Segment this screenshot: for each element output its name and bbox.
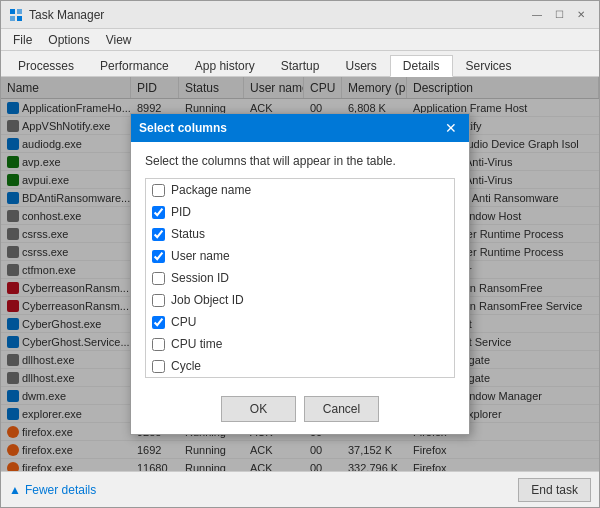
dialog-column-item[interactable]: CPU time bbox=[146, 333, 454, 355]
close-button[interactable]: ✕ bbox=[571, 6, 591, 24]
dialog-column-item[interactable]: PID bbox=[146, 201, 454, 223]
table-container: Name PID Status User name CPU Memory (p.… bbox=[1, 77, 599, 471]
task-manager-window: Task Manager — ☐ ✕ File Options View Pro… bbox=[0, 0, 600, 508]
column-label: PID bbox=[171, 205, 191, 219]
minimize-button[interactable]: — bbox=[527, 6, 547, 24]
dialog-column-item[interactable]: Package name bbox=[146, 179, 454, 201]
column-label: User name bbox=[171, 249, 230, 263]
column-checkbox-3[interactable] bbox=[152, 250, 165, 263]
dialog-column-item[interactable]: User name bbox=[146, 245, 454, 267]
column-label: Status bbox=[171, 227, 205, 241]
tab-bar: Processes Performance App history Startu… bbox=[1, 51, 599, 77]
column-label: Job Object ID bbox=[171, 293, 244, 307]
tab-processes[interactable]: Processes bbox=[5, 54, 87, 76]
dialog-column-list[interactable]: Package namePIDStatusUser nameSession ID… bbox=[145, 178, 455, 378]
select-columns-dialog: Select columns ✕ Select the columns that… bbox=[130, 113, 470, 435]
tab-users[interactable]: Users bbox=[332, 54, 389, 76]
chevron-up-icon: ▲ bbox=[9, 483, 21, 497]
tab-details[interactable]: Details bbox=[390, 55, 453, 77]
dialog-buttons: OK Cancel bbox=[131, 386, 469, 434]
menu-options[interactable]: Options bbox=[40, 31, 97, 49]
dialog-column-item[interactable]: Session ID bbox=[146, 267, 454, 289]
dialog-column-item[interactable]: Working set (memory) bbox=[146, 377, 454, 378]
column-label: CPU bbox=[171, 315, 196, 329]
column-checkbox-8[interactable] bbox=[152, 360, 165, 373]
app-icon bbox=[9, 8, 23, 22]
column-checkbox-5[interactable] bbox=[152, 294, 165, 307]
end-task-button[interactable]: End task bbox=[518, 478, 591, 502]
dialog-close-button[interactable]: ✕ bbox=[441, 118, 461, 138]
column-checkbox-7[interactable] bbox=[152, 338, 165, 351]
fewer-details-label: Fewer details bbox=[25, 483, 96, 497]
dialog-column-item[interactable]: Cycle bbox=[146, 355, 454, 377]
dialog-ok-button[interactable]: OK bbox=[221, 396, 296, 422]
tab-app-history[interactable]: App history bbox=[182, 54, 268, 76]
dialog-column-item[interactable]: Status bbox=[146, 223, 454, 245]
column-label: CPU time bbox=[171, 337, 222, 351]
dialog-column-item[interactable]: CPU bbox=[146, 311, 454, 333]
menu-view[interactable]: View bbox=[98, 31, 140, 49]
column-label: Cycle bbox=[171, 359, 201, 373]
column-label: Package name bbox=[171, 183, 251, 197]
modal-overlay: Select columns ✕ Select the columns that… bbox=[1, 77, 599, 471]
dialog-title: Select columns bbox=[139, 121, 227, 135]
fewer-details-button[interactable]: ▲ Fewer details bbox=[9, 483, 96, 497]
column-checkbox-1[interactable] bbox=[152, 206, 165, 219]
window-title: Task Manager bbox=[29, 8, 527, 22]
tab-startup[interactable]: Startup bbox=[268, 54, 333, 76]
dialog-title-bar: Select columns ✕ bbox=[131, 114, 469, 142]
dialog-description: Select the columns that will appear in t… bbox=[145, 154, 455, 168]
dialog-cancel-button[interactable]: Cancel bbox=[304, 396, 379, 422]
column-checkbox-2[interactable] bbox=[152, 228, 165, 241]
tab-services[interactable]: Services bbox=[453, 54, 525, 76]
svg-rect-0 bbox=[10, 9, 15, 14]
title-bar: Task Manager — ☐ ✕ bbox=[1, 1, 599, 29]
column-checkbox-0[interactable] bbox=[152, 184, 165, 197]
column-checkbox-6[interactable] bbox=[152, 316, 165, 329]
dialog-content: Select the columns that will appear in t… bbox=[131, 142, 469, 386]
svg-rect-2 bbox=[10, 16, 15, 21]
svg-rect-1 bbox=[17, 9, 22, 14]
column-label: Session ID bbox=[171, 271, 229, 285]
maximize-button[interactable]: ☐ bbox=[549, 6, 569, 24]
menu-bar: File Options View bbox=[1, 29, 599, 51]
menu-file[interactable]: File bbox=[5, 31, 40, 49]
svg-rect-3 bbox=[17, 16, 22, 21]
tab-performance[interactable]: Performance bbox=[87, 54, 182, 76]
column-checkbox-4[interactable] bbox=[152, 272, 165, 285]
window-controls: — ☐ ✕ bbox=[527, 6, 591, 24]
bottom-bar: ▲ Fewer details End task bbox=[1, 471, 599, 507]
dialog-column-item[interactable]: Job Object ID bbox=[146, 289, 454, 311]
